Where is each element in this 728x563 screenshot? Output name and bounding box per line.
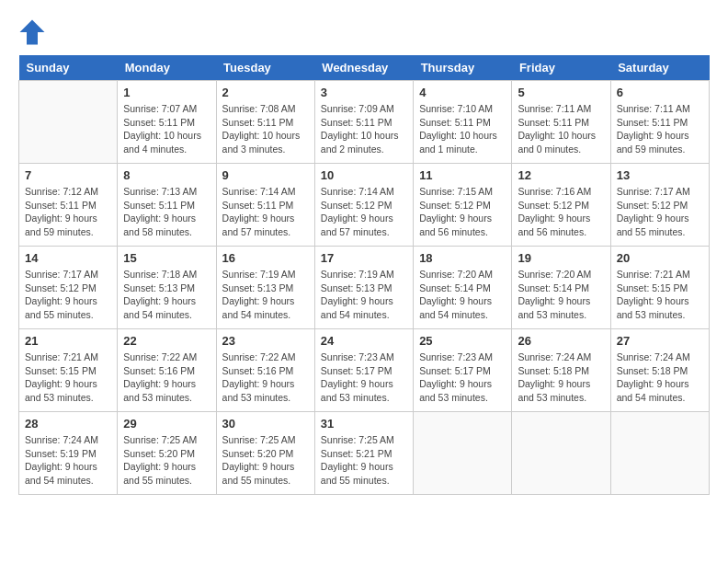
day-number: 8 xyxy=(123,168,210,182)
calendar-cell: 3 Sunrise: 7:09 AMSunset: 5:11 PMDayligh… xyxy=(314,81,413,164)
day-number: 13 xyxy=(617,168,703,182)
day-info: Sunrise: 7:19 AMSunset: 5:13 PMDaylight:… xyxy=(222,268,309,322)
day-number: 18 xyxy=(419,251,506,265)
calendar-body: 1 Sunrise: 7:07 AMSunset: 5:11 PMDayligh… xyxy=(19,81,710,495)
calendar-cell: 11 Sunrise: 7:15 AMSunset: 5:12 PMDaylig… xyxy=(414,164,512,247)
day-number: 22 xyxy=(123,334,210,348)
day-info: Sunrise: 7:25 AMSunset: 5:20 PMDaylight:… xyxy=(222,433,309,488)
day-number: 23 xyxy=(222,334,309,348)
day-number: 28 xyxy=(25,417,111,431)
calendar-cell: 28 Sunrise: 7:24 AMSunset: 5:19 PMDaylig… xyxy=(19,412,118,495)
calendar-cell: 14 Sunrise: 7:17 AMSunset: 5:12 PMDaylig… xyxy=(19,247,118,329)
day-number: 11 xyxy=(419,168,506,182)
day-number: 29 xyxy=(123,417,210,431)
day-number: 7 xyxy=(25,168,111,182)
day-number: 21 xyxy=(25,334,111,348)
calendar-cell: 24 Sunrise: 7:23 AMSunset: 5:17 PMDaylig… xyxy=(314,329,413,412)
day-number: 15 xyxy=(123,251,210,265)
day-number: 30 xyxy=(222,417,309,431)
calendar-cell: 27 Sunrise: 7:24 AMSunset: 5:18 PMDaylig… xyxy=(610,329,709,412)
day-info: Sunrise: 7:14 AMSunset: 5:12 PMDaylight:… xyxy=(321,185,407,239)
calendar-cell xyxy=(19,81,118,164)
day-number: 14 xyxy=(25,251,111,265)
calendar-cell xyxy=(512,412,610,495)
day-info: Sunrise: 7:14 AMSunset: 5:11 PMDaylight:… xyxy=(222,185,309,239)
day-info: Sunrise: 7:20 AMSunset: 5:14 PMDaylight:… xyxy=(419,268,506,322)
calendar-cell: 29 Sunrise: 7:25 AMSunset: 5:20 PMDaylig… xyxy=(118,412,216,495)
day-info: Sunrise: 7:17 AMSunset: 5:12 PMDaylight:… xyxy=(617,185,703,239)
calendar-week-3: 14 Sunrise: 7:17 AMSunset: 5:12 PMDaylig… xyxy=(19,247,710,329)
day-info: Sunrise: 7:12 AMSunset: 5:11 PMDaylight:… xyxy=(25,185,111,239)
calendar-cell: 1 Sunrise: 7:07 AMSunset: 5:11 PMDayligh… xyxy=(118,81,216,164)
day-info: Sunrise: 7:21 AMSunset: 5:15 PMDaylight:… xyxy=(25,350,111,405)
page-header xyxy=(18,18,710,46)
day-info: Sunrise: 7:22 AMSunset: 5:16 PMDaylight:… xyxy=(222,350,309,405)
day-info: Sunrise: 7:08 AMSunset: 5:11 PMDaylight:… xyxy=(222,102,309,156)
calendar-cell: 12 Sunrise: 7:16 AMSunset: 5:12 PMDaylig… xyxy=(512,164,610,247)
calendar-cell: 25 Sunrise: 7:23 AMSunset: 5:17 PMDaylig… xyxy=(414,329,512,412)
day-info: Sunrise: 7:10 AMSunset: 5:11 PMDaylight:… xyxy=(419,102,506,156)
calendar-cell xyxy=(610,412,709,495)
calendar-cell: 15 Sunrise: 7:18 AMSunset: 5:13 PMDaylig… xyxy=(118,247,216,329)
day-number: 26 xyxy=(518,334,604,348)
day-info: Sunrise: 7:16 AMSunset: 5:12 PMDaylight:… xyxy=(518,185,604,239)
calendar-cell: 26 Sunrise: 7:24 AMSunset: 5:18 PMDaylig… xyxy=(512,329,610,412)
day-number: 20 xyxy=(617,251,703,265)
calendar-cell: 22 Sunrise: 7:22 AMSunset: 5:16 PMDaylig… xyxy=(118,329,216,412)
calendar-cell: 2 Sunrise: 7:08 AMSunset: 5:11 PMDayligh… xyxy=(216,81,314,164)
day-number: 1 xyxy=(123,86,210,99)
day-header-saturday: Saturday xyxy=(610,55,709,81)
day-info: Sunrise: 7:11 AMSunset: 5:11 PMDaylight:… xyxy=(518,102,604,156)
day-info: Sunrise: 7:19 AMSunset: 5:13 PMDaylight:… xyxy=(321,268,407,322)
day-info: Sunrise: 7:18 AMSunset: 5:13 PMDaylight:… xyxy=(123,268,210,322)
calendar-cell: 19 Sunrise: 7:20 AMSunset: 5:14 PMDaylig… xyxy=(512,247,610,329)
day-info: Sunrise: 7:11 AMSunset: 5:11 PMDaylight:… xyxy=(617,102,703,156)
day-number: 5 xyxy=(518,86,604,99)
calendar-week-1: 1 Sunrise: 7:07 AMSunset: 5:11 PMDayligh… xyxy=(19,81,710,164)
day-number: 19 xyxy=(518,251,604,265)
day-info: Sunrise: 7:17 AMSunset: 5:12 PMDaylight:… xyxy=(25,268,111,322)
calendar-cell: 10 Sunrise: 7:14 AMSunset: 5:12 PMDaylig… xyxy=(314,164,413,247)
day-info: Sunrise: 7:20 AMSunset: 5:14 PMDaylight:… xyxy=(518,268,604,322)
day-info: Sunrise: 7:24 AMSunset: 5:18 PMDaylight:… xyxy=(518,350,604,405)
calendar-cell: 6 Sunrise: 7:11 AMSunset: 5:11 PMDayligh… xyxy=(610,81,709,164)
day-info: Sunrise: 7:24 AMSunset: 5:18 PMDaylight:… xyxy=(617,350,703,405)
calendar-cell: 9 Sunrise: 7:14 AMSunset: 5:11 PMDayligh… xyxy=(216,164,314,247)
day-info: Sunrise: 7:22 AMSunset: 5:16 PMDaylight:… xyxy=(123,350,210,405)
logo xyxy=(18,18,50,46)
calendar-cell: 23 Sunrise: 7:22 AMSunset: 5:16 PMDaylig… xyxy=(216,329,314,412)
day-header-sunday: Sunday xyxy=(19,55,118,81)
calendar-cell: 4 Sunrise: 7:10 AMSunset: 5:11 PMDayligh… xyxy=(414,81,512,164)
svg-marker-0 xyxy=(20,20,45,45)
day-number: 6 xyxy=(617,86,703,99)
calendar-cell xyxy=(414,412,512,495)
day-number: 2 xyxy=(222,86,309,99)
day-number: 4 xyxy=(419,86,506,99)
day-header-monday: Monday xyxy=(118,55,216,81)
day-number: 12 xyxy=(518,168,604,182)
day-number: 16 xyxy=(222,251,309,265)
calendar-cell: 8 Sunrise: 7:13 AMSunset: 5:11 PMDayligh… xyxy=(118,164,216,247)
calendar-cell: 21 Sunrise: 7:21 AMSunset: 5:15 PMDaylig… xyxy=(19,329,118,412)
logo-icon xyxy=(18,18,46,46)
day-info: Sunrise: 7:13 AMSunset: 5:11 PMDaylight:… xyxy=(123,185,210,239)
day-number: 31 xyxy=(321,417,407,431)
day-number: 17 xyxy=(321,251,407,265)
calendar-week-2: 7 Sunrise: 7:12 AMSunset: 5:11 PMDayligh… xyxy=(19,164,710,247)
day-header-thursday: Thursday xyxy=(414,55,512,81)
day-number: 25 xyxy=(419,334,506,348)
day-number: 24 xyxy=(321,334,407,348)
calendar-cell: 5 Sunrise: 7:11 AMSunset: 5:11 PMDayligh… xyxy=(512,81,610,164)
day-number: 10 xyxy=(321,168,407,182)
day-number: 9 xyxy=(222,168,309,182)
calendar-cell: 20 Sunrise: 7:21 AMSunset: 5:15 PMDaylig… xyxy=(610,247,709,329)
day-info: Sunrise: 7:07 AMSunset: 5:11 PMDaylight:… xyxy=(123,102,210,156)
day-info: Sunrise: 7:23 AMSunset: 5:17 PMDaylight:… xyxy=(419,350,506,405)
calendar-week-4: 21 Sunrise: 7:21 AMSunset: 5:15 PMDaylig… xyxy=(19,329,710,412)
day-info: Sunrise: 7:21 AMSunset: 5:15 PMDaylight:… xyxy=(617,268,703,322)
day-header-tuesday: Tuesday xyxy=(216,55,314,81)
calendar-cell: 31 Sunrise: 7:25 AMSunset: 5:21 PMDaylig… xyxy=(314,412,413,495)
calendar-cell: 7 Sunrise: 7:12 AMSunset: 5:11 PMDayligh… xyxy=(19,164,118,247)
calendar-week-5: 28 Sunrise: 7:24 AMSunset: 5:19 PMDaylig… xyxy=(19,412,710,495)
calendar-table: SundayMondayTuesdayWednesdayThursdayFrid… xyxy=(18,55,710,495)
